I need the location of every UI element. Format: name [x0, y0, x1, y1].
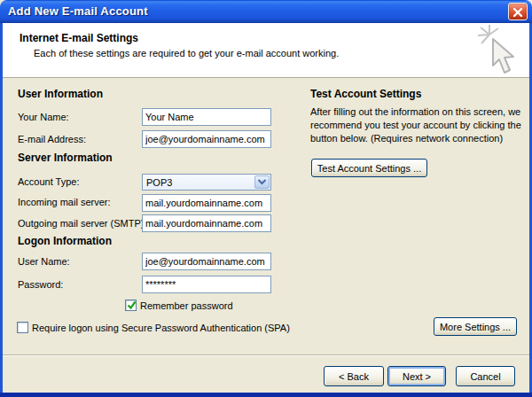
- chevron-down-icon: [255, 179, 269, 185]
- window-border-left: [0, 23, 3, 397]
- spa-checkbox[interactable]: [17, 322, 28, 333]
- section-server-information: Server Information: [18, 152, 113, 164]
- wizard-header: Internet E-mail Settings Each of these s…: [3, 23, 529, 78]
- email-address-field[interactable]: [142, 130, 271, 148]
- close-button[interactable]: [508, 3, 528, 20]
- your-name-field[interactable]: [142, 108, 271, 126]
- your-name-label: Your Name:: [18, 112, 69, 122]
- remember-password-checkbox[interactable]: [125, 300, 137, 311]
- section-logon-information: Logon Information: [18, 235, 112, 247]
- account-type-dropdown-button[interactable]: [254, 175, 270, 189]
- password-field[interactable]: [142, 276, 271, 293]
- outgoing-server-label: Outgoing mail server (SMTP):: [18, 218, 146, 229]
- user-name-label: User Name:: [18, 256, 70, 267]
- next-button[interactable]: Next >: [387, 366, 446, 386]
- cancel-button[interactable]: Cancel: [456, 366, 515, 386]
- password-label: Password:: [18, 279, 63, 290]
- window-border-bottom: [0, 393, 532, 397]
- header-title: Internet E-mail Settings: [20, 32, 138, 44]
- bottom-divider: [3, 354, 529, 356]
- sparkle-cursor-graphic: [476, 25, 522, 80]
- account-type-value: POP3: [146, 177, 172, 188]
- account-type-label: Account Type:: [18, 176, 80, 187]
- more-settings-button[interactable]: More Settings ...: [434, 317, 517, 336]
- section-test-account-settings: Test Account Settings: [310, 88, 421, 100]
- spa-label[interactable]: Require logon using Secure Password Auth…: [32, 323, 290, 333]
- test-account-settings-button[interactable]: Test Account Settings ...: [311, 159, 427, 177]
- back-button[interactable]: < Back: [324, 366, 384, 386]
- test-settings-description: After filling out the information on thi…: [310, 105, 521, 145]
- add-email-account-dialog: Add New E-mail Account Internet E-mail S…: [0, 0, 532, 397]
- user-name-field[interactable]: [142, 253, 271, 270]
- header-subtitle: Each of these settings are required to g…: [34, 48, 339, 58]
- incoming-server-field[interactable]: [142, 194, 271, 212]
- window-title: Add New E-mail Account: [8, 4, 148, 18]
- titlebar[interactable]: Add New E-mail Account: [0, 0, 532, 23]
- remember-password-label[interactable]: Remember password: [140, 300, 233, 311]
- incoming-server-label: Incoming mail server:: [18, 197, 111, 207]
- outgoing-server-field[interactable]: [142, 214, 271, 232]
- account-type-dropdown[interactable]: POP3: [142, 174, 271, 191]
- section-user-information: User Information: [18, 88, 103, 100]
- close-icon: [509, 7, 527, 18]
- email-address-label: E-mail Address:: [18, 134, 86, 144]
